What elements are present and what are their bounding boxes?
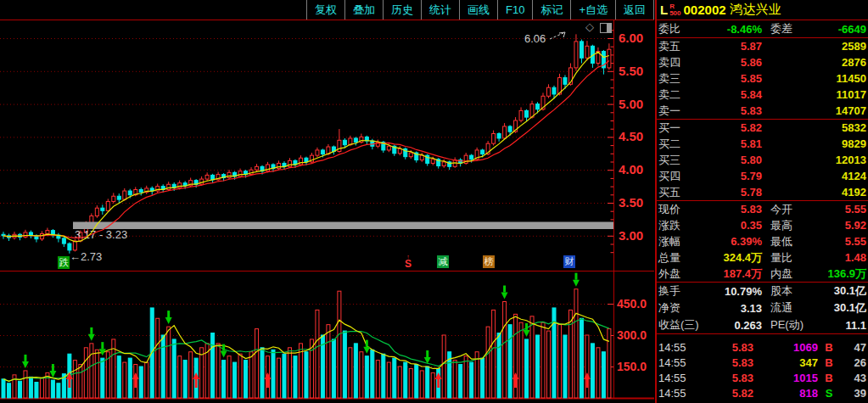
stat-row: 涨幅6.39%最低5.55	[657, 233, 868, 249]
svg-text:4.50: 4.50	[619, 129, 643, 143]
info-mine-sell-icon[interactable]: S	[402, 255, 414, 268]
split-screen-icon[interactable]	[600, 23, 612, 33]
svg-text:6.06: 6.06	[524, 32, 546, 45]
diamond-icon[interactable]: ◇	[585, 21, 594, 32]
quote-stats: 现价5.83今开5.55涨跌0.35最高5.92涨幅6.39%最低5.55总量3…	[657, 201, 868, 283]
stat-row: 总量324.4万量比1.48	[657, 249, 868, 266]
stat-row: 现价5.83今开5.55	[657, 201, 868, 217]
svg-text:150.0: 150.0	[617, 360, 647, 373]
svg-text:5.00: 5.00	[619, 97, 643, 111]
bid-row[interactable]: 买一5.825832	[657, 120, 868, 136]
weibi-label: 委比	[658, 21, 708, 36]
bid-row[interactable]: 买五5.784192	[657, 184, 868, 200]
ask-row[interactable]: 卖一5.8314707	[657, 103, 868, 119]
weicha-value: -6649	[816, 23, 866, 36]
info-mine-reduce-icon[interactable]: 减	[437, 255, 449, 268]
stock-header: L R 500 002002 鸿达兴业	[657, 0, 868, 20]
index-flag-500: 500	[669, 10, 680, 17]
info-mine-finance-icon[interactable]: 财	[563, 255, 575, 268]
ask-levels: 卖五5.872589卖四5.862876卖三5.8511450卖二5.84110…	[657, 38, 868, 120]
stat-row: 涨跌0.35最高5.92	[657, 217, 868, 233]
kline-chart[interactable]: 6.005.505.004.504.003.503.00450.0300.015…	[0, 0, 655, 403]
fall-badge: 跌	[58, 256, 70, 269]
ask-row[interactable]: 卖二5.8411017	[657, 87, 868, 103]
stock-name: 鸿达兴业	[731, 2, 781, 18]
stock-code: 002002	[684, 3, 726, 17]
weibi-value: -8.46%	[708, 23, 762, 36]
ask-row[interactable]: 卖三5.8511450	[657, 70, 868, 87]
stat-row: 收益(三)0.263PE(动)11.1	[657, 316, 868, 333]
margin-index-flags: R 500	[669, 3, 680, 17]
market-flag-l: L	[660, 3, 668, 17]
info-mine-rank-icon[interactable]: 榜	[483, 255, 495, 268]
weibi-row: 委比 -8.46% 委差 -6649	[657, 20, 868, 38]
tick-row[interactable]: 14:555.82818S39	[657, 385, 868, 400]
svg-text:6.00: 6.00	[619, 31, 643, 45]
quote-panel: L R 500 002002 鸿达兴业 委比 -8.46% 委差 -6649 卖…	[655, 0, 868, 403]
tick-row[interactable]: 14:555.831069B47	[657, 339, 868, 355]
bid-row[interactable]: 买三5.8012013	[657, 152, 868, 168]
svg-text:3.50: 3.50	[619, 195, 643, 210]
svg-text:←2.73: ←2.73	[70, 250, 102, 263]
bid-row[interactable]: 买四5.794124	[657, 168, 868, 184]
svg-text:450.0: 450.0	[617, 297, 647, 311]
fundamental-stats: 换手10.79%股本30.1亿净资3.13流通30.1亿收益(三)0.263PE…	[657, 283, 868, 334]
weicha-label: 委差	[762, 21, 816, 36]
ask-row[interactable]: 卖四5.862876	[657, 54, 868, 70]
svg-text:300.0: 300.0	[617, 328, 647, 342]
svg-text:5.50: 5.50	[619, 64, 643, 78]
ask-row[interactable]: 卖五5.872589	[657, 38, 868, 54]
bid-levels: 买一5.825832买二5.819829买三5.8012013买四5.79412…	[657, 120, 868, 201]
bid-row[interactable]: 买二5.819829	[657, 136, 868, 152]
stat-row: 净资3.13流通30.1亿	[657, 299, 868, 316]
stat-row: 外盘187.4万内盘136.9万	[657, 266, 868, 282]
tick-list: 14:555.831069B4714:555.83347B2614:555.83…	[657, 334, 868, 403]
tdx-main-window: 复权 叠加 历史 统计 画线 F10 标记 +自选 返回 6.005.505.0…	[0, 0, 868, 403]
stat-row: 换手10.79%股本30.1亿	[657, 283, 868, 299]
svg-text:3.00: 3.00	[619, 228, 643, 243]
tick-row[interactable]: 14:555.83347B26	[657, 355, 868, 370]
tick-row[interactable]: 14:555.831015B43	[657, 370, 868, 385]
svg-text:4.00: 4.00	[619, 162, 643, 176]
